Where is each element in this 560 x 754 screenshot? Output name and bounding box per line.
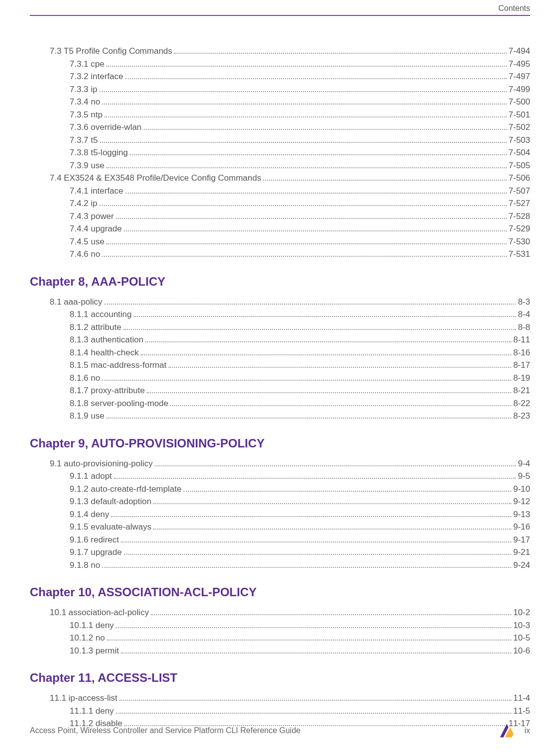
toc-entry[interactable]: 10.1 association-acl-policy10-2 — [50, 606, 530, 619]
toc-entry[interactable]: 7.4.6 no7-531 — [70, 248, 530, 261]
toc-entry[interactable]: 8.1.8 server-pooling-mode8-22 — [70, 397, 530, 410]
toc-entry-label: 9.1.1 adopt — [70, 470, 112, 483]
toc-entry[interactable]: 8.1.9 use8-23 — [70, 410, 530, 423]
toc-entry[interactable]: 7.3.9 use7-505 — [70, 159, 530, 172]
toc-entry[interactable]: 7.4.5 use7-530 — [70, 235, 530, 248]
toc-entry-page: 7-504 — [509, 146, 530, 159]
toc-entry-page: 7-528 — [509, 210, 530, 223]
toc-entry[interactable]: 7.3.5 ntp7-501 — [70, 108, 530, 121]
toc-entry-label: 7.3.4 no — [70, 96, 100, 108]
toc-entry-page: 7-494 — [509, 45, 530, 58]
toc-entry-label: 7.4.5 use — [70, 235, 104, 248]
toc-leader-dots — [124, 554, 511, 555]
toc-entry-label: 7.4 EX3524 & EX3548 Profile/Device Confi… — [50, 172, 261, 185]
toc-entry-page: 11-4 — [513, 692, 530, 705]
toc-entry[interactable]: 7.4.1 interface7-507 — [70, 185, 530, 198]
toc-entry-page: 7-530 — [509, 235, 530, 248]
toc-entry-page: 7-505 — [509, 159, 530, 172]
toc-leader-dots — [184, 491, 511, 492]
toc-entry[interactable]: 7.3.6 override-wlan7-502 — [70, 121, 530, 134]
toc-entry-page: 7-501 — [509, 108, 530, 121]
toc-entry-page: 9-5 — [518, 470, 530, 483]
toc-entry-page: 7-507 — [509, 185, 530, 198]
toc-entry[interactable]: 8.1.2 attribute8-8 — [70, 321, 530, 334]
toc-entry-label: 7.3.9 use — [70, 159, 104, 172]
toc-entry-label: 10.1.3 permit — [70, 645, 119, 657]
toc-entry-label: 8.1.6 no — [70, 372, 100, 385]
toc-leader-dots — [102, 380, 511, 381]
toc-entry-page: 8-19 — [513, 372, 530, 385]
toc-entry-page: 7-503 — [509, 134, 530, 147]
toc-leader-dots — [145, 341, 511, 342]
toc-entry[interactable]: 10.1.1 deny10-3 — [70, 619, 530, 632]
toc-entry-label: 8.1.5 mac-address-format — [70, 359, 167, 372]
toc-entry-page: 8-21 — [513, 384, 530, 397]
toc-entry-label: 9.1.8 no — [70, 559, 100, 572]
toc-entry[interactable]: 7.4.3 power7-528 — [70, 210, 530, 223]
toc-leader-dots — [124, 230, 507, 231]
toc-entry[interactable]: 9.1.6 redirect9-17 — [70, 534, 530, 546]
toc-entry[interactable]: 7.3.8 t5-logging7-504 — [70, 146, 530, 159]
toc-entry[interactable]: 9.1.3 default-adoption9-12 — [70, 495, 530, 508]
toc-leader-dots — [102, 104, 506, 105]
toc-entry[interactable]: 7.4 EX3524 & EX3548 Profile/Device Confi… — [50, 172, 530, 185]
toc-entry[interactable]: 7.4.4 upgrade7-529 — [70, 222, 530, 235]
toc-entry[interactable]: 7.3.4 no7-500 — [70, 96, 530, 108]
toc-entry[interactable]: 9.1.8 no9-24 — [70, 559, 530, 572]
toc-entry[interactable]: 8.1.4 health-check8-16 — [70, 346, 530, 359]
chapter-title: Chapter 9, AUTO-PROVISIONING-POLICY — [30, 436, 530, 450]
toc-entry[interactable]: 10.1.2 no10-5 — [70, 632, 530, 645]
toc-entry-page: 9-16 — [513, 521, 530, 534]
toc-entry-page: 9-4 — [518, 457, 530, 470]
toc-entry-page: 8-23 — [513, 410, 530, 423]
toc-entry[interactable]: 9.1 auto-provisioning-policy9-4 — [50, 457, 530, 470]
toc-entry[interactable]: 11.1 ip-access-list11-4 — [50, 692, 530, 705]
toc-entry[interactable]: 9.1.2 auto-create-rfd-template9-10 — [70, 483, 530, 496]
toc-entry[interactable]: 9.1.7 upgrade9-21 — [70, 546, 530, 559]
toc-entry-page: 7-495 — [509, 58, 530, 71]
toc-leader-dots — [106, 66, 507, 67]
toc-entry[interactable]: 10.1.3 permit10-6 — [70, 645, 530, 657]
toc-leader-dots — [104, 304, 516, 305]
toc-leader-dots — [147, 392, 511, 393]
toc-entry[interactable]: 9.1.5 evaluate-always9-16 — [70, 521, 530, 534]
toc-entry-label: 7.3.7 t5 — [70, 134, 98, 147]
brand-logo-icon — [498, 722, 515, 739]
toc-leader-dots — [111, 516, 511, 517]
toc-leader-dots — [125, 78, 507, 79]
toc-entry[interactable]: 7.3.1 cpe7-495 — [70, 58, 530, 71]
toc-leader-dots — [99, 205, 507, 206]
toc-entry[interactable]: 8.1.3 authentication8-11 — [70, 333, 530, 346]
toc-entry-label: 10.1 association-acl-policy — [50, 606, 149, 619]
footer-title: Access Point, Wireless Controller and Se… — [30, 726, 300, 735]
toc-entry[interactable]: 7.4.2 ip7-527 — [70, 197, 530, 210]
toc-entry-page: 10-6 — [513, 645, 530, 657]
toc-leader-dots — [116, 627, 511, 628]
toc-entry[interactable]: 7.3.7 t57-503 — [70, 134, 530, 147]
toc-entry-page: 8-11 — [513, 333, 530, 346]
toc-entry[interactable]: 7.3 T5 Profile Config Commands7-494 — [50, 45, 530, 58]
toc-entry-label: 7.4.6 no — [70, 248, 100, 261]
toc-entry[interactable]: 8.1.6 no8-19 — [70, 372, 530, 385]
toc-entry[interactable]: 11.1.1 deny11-5 — [70, 705, 530, 718]
toc-entry[interactable]: 7.3.2 interface7-497 — [70, 70, 530, 83]
toc-entry-label: 8.1.2 attribute — [70, 321, 121, 334]
toc-entry[interactable]: 8.1.7 proxy-attribute8-21 — [70, 384, 530, 397]
toc-leader-dots — [102, 567, 511, 568]
toc-entry[interactable]: 7.3.3 ip7-499 — [70, 83, 530, 96]
toc-entry-label: 8.1 aaa-policy — [50, 296, 102, 309]
toc-entry[interactable]: 9.1.1 adopt9-5 — [70, 470, 530, 483]
toc-entry[interactable]: 8.1.5 mac-address-format8-17 — [70, 359, 530, 372]
toc-entry[interactable]: 9.1.4 deny9-13 — [70, 508, 530, 521]
header-section-label: Contents — [498, 4, 530, 13]
toc-entry-label: 9.1.6 redirect — [70, 534, 119, 546]
toc-entry-page: 7-499 — [509, 83, 530, 96]
toc-leader-dots — [116, 218, 507, 219]
toc-entry-label: 7.4.3 power — [70, 210, 114, 223]
toc-entry-page: 9-24 — [513, 559, 530, 572]
toc-leader-dots — [153, 529, 511, 530]
toc-entry-page: 7-506 — [509, 172, 530, 185]
toc-entry[interactable]: 8.1 aaa-policy8-3 — [50, 296, 530, 309]
toc-entry-label: 7.3.8 t5-logging — [70, 146, 128, 159]
toc-entry[interactable]: 8.1.1 accounting8-4 — [70, 308, 530, 321]
